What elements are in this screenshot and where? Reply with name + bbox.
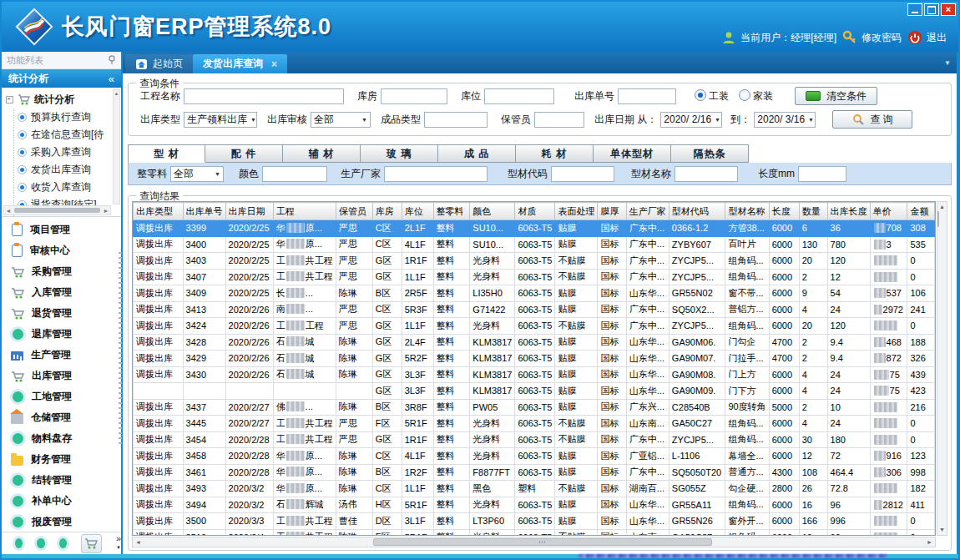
sidebar-item-production-management[interactable]: 生产管理 [2,345,121,366]
table-row[interactable]: 调拨出库34612020/2/28华原...陈琳B区1R2F整料F8877FT6… [134,464,935,481]
date-to-select[interactable]: 2020/ 3/16▼ [754,112,816,128]
column-header[interactable]: 膜厚 [598,203,626,220]
sidebar-item-inbound-management[interactable]: 入库管理 [2,282,121,303]
table-row[interactable]: 调拨出库34002020/2/25华原...严思C区4L1F整料SU10...6… [134,236,935,253]
column-header[interactable]: 工程 [273,203,336,220]
whole-part-select[interactable]: 全部▼ [170,166,224,182]
color-input[interactable] [262,166,327,182]
tab-fitting[interactable]: 配 件 [205,144,283,163]
length-mm-input[interactable] [798,166,846,182]
overflow-chevron[interactable]: »▼ [116,535,121,552]
vertical-scroll-thumb[interactable] [937,211,939,227]
table-row[interactable]: 调拨出库34132020/2/26南...严思C区5R3F整料G71422606… [134,301,935,318]
column-header[interactable]: 型材代码 [669,203,725,220]
sidebar-item-site-management[interactable]: 工地管理 [2,386,121,407]
table-row[interactable]: 调拨出库34302020/2/26石城陈琳G区3L3F整料KLM38176063… [134,366,935,383]
tab-list-dropdown-icon[interactable]: ▼ [944,59,951,67]
sidebar-item-supplement-order-center[interactable]: 补单中心 [2,491,121,512]
project-name-input[interactable] [184,88,344,104]
column-header[interactable]: 型材名称 [725,203,769,220]
table-row[interactable]: 调拨出库34372020/2/27佛...陈琳B区3R8F整料PW056063-… [134,399,935,416]
column-header[interactable]: 金额 [907,203,935,220]
quick-dot-icon-2[interactable] [37,538,44,548]
sidebar-item-audit-center[interactable]: 审核中心 [2,240,121,261]
column-header[interactable]: 颜色 [470,203,515,220]
tab-insulation-strip[interactable]: 隔热条 [671,144,749,163]
outbound-no-input[interactable] [618,88,676,104]
tree-vertical-scrollbar[interactable]: ▲ [113,89,120,204]
sidebar-splitter[interactable] [119,252,122,444]
table-row[interactable]: 调拨出库34582020/2/28华原...陈琳C区4L1F整料光身料6063-… [134,448,935,465]
tab-single-profile[interactable]: 单体型材 [594,144,671,163]
tab-glass[interactable]: 玻 璃 [361,144,438,163]
column-header[interactable]: 库位 [402,203,433,220]
sidebar-item-purchase-management[interactable]: 采购管理 [2,261,121,282]
column-header[interactable]: 整零料 [433,203,470,220]
sidebar-item-material-inventory[interactable]: 物料盘存 [2,428,121,449]
sidebar-item-finance-management[interactable]: 财务管理 [2,449,121,470]
column-header[interactable]: 生产厂家 [626,203,669,220]
table-row[interactable]: G区3L3F整料KLM38176063-T5贴膜国标山东华...GA90M09.… [134,383,935,400]
scroll-up-icon[interactable]: ▲ [937,202,947,212]
radio-gongzhuang[interactable]: 工装 [695,89,729,103]
sidebar-item-outbound-management[interactable]: 出库管理 [2,366,121,386]
table-row[interactable]: 调拨出库34292020/2/26石城陈琳G区5R2F整料KLM38176063… [134,351,935,367]
tree-horizontal-scrollbar[interactable]: ◄► [3,205,111,215]
column-header[interactable]: 长度 [769,203,799,220]
date-from-select[interactable]: 2020/ 2/16▼ [660,112,722,128]
sidebar-item-returns-management[interactable]: 退货管理 [2,303,121,324]
grid-horizontal-scrollbar[interactable]: ◄ ► [132,537,936,547]
profile-name-input[interactable] [675,166,738,182]
logout-button[interactable]: 退出 [907,30,947,45]
column-header[interactable]: 出库类型 [134,203,184,220]
outbound-audit-select[interactable]: 全部▼ [311,112,371,128]
table-row[interactable]: 调拨出库34942020/3/2石辉城汤伟H区5R1F整料光身料6063-T5贴… [134,497,935,513]
sidebar-item-warehouse-management[interactable]: 仓储管理 [2,407,121,428]
clear-conditions-button[interactable]: 清空条件 [795,87,877,105]
keeper-input[interactable] [534,112,584,128]
column-header[interactable]: 出库日期 [225,203,273,220]
change-password-button[interactable]: 修改密码 [842,30,902,45]
sidebar-item-project-management[interactable]: 项目管理 [2,219,121,240]
quick-dot-icon-3[interactable] [59,538,67,548]
table-row[interactable]: 调拨出库34092020/2/25长...陈琳B区2R5F整料LI35H0606… [134,285,935,302]
tab-delivery-outbound-query[interactable]: 发货出库查询 × [193,54,287,73]
manufacturer-input[interactable] [384,166,488,182]
minimize-button[interactable] [907,3,922,16]
tab-home[interactable]: 起始页 [125,54,193,73]
product-type-input[interactable] [424,112,488,128]
quick-cart-button[interactable] [81,534,102,553]
column-header[interactable]: 材质 [515,203,555,220]
maximize-button[interactable] [924,3,939,16]
table-row[interactable]: 调拨出库34242020/2/26工工程严思G区1L1F整料光身料6063-T5… [134,318,935,335]
table-row[interactable]: 调拨出库33992020/2/25华原...严思C区2L1F整料SU10...6… [134,220,935,237]
close-button[interactable]: × [941,3,956,16]
scroll-right-icon[interactable]: ► [927,537,932,547]
sidebar-item-carryover-management[interactable]: 结转管理 [2,470,121,491]
quick-dot-icon-1[interactable] [15,538,23,548]
sidebar-item-scrap-management[interactable]: 报废管理 [2,512,121,532]
tree-item-budget-execution-query[interactable]: 预算执行查询 [18,108,121,126]
warehouse-input[interactable] [381,88,447,104]
profile-code-input[interactable] [551,166,614,182]
sidebar-group-header[interactable]: 统计分析 « [2,69,121,88]
column-header[interactable]: 单价 [870,203,907,220]
collapse-icon[interactable]: « [109,73,114,85]
table-row[interactable]: 调拨出库34542020/2/28工共工程严思G区1R1F整料光身料6063-T… [134,431,935,448]
location-input[interactable] [484,88,554,104]
outbound-type-select[interactable]: 生产领料出库▼ [184,112,257,128]
table-row[interactable]: 调拨出库34072020/2/25工共工程严思G区1L1F整料光身料6063-T… [134,269,935,285]
tab-profile[interactable]: 型 材 [128,144,205,163]
column-header[interactable]: 数量 [799,203,827,220]
column-header[interactable]: 库房 [372,203,402,220]
tree-item-receipt-inbound-query[interactable]: 收货入库查询 [18,179,121,196]
column-header[interactable]: 表面处理 [555,203,598,220]
tab-auxiliary-material[interactable]: 辅 材 [283,144,361,163]
tab-consumable[interactable]: 耗 材 [516,144,594,163]
radio-jiazhuang[interactable]: 家装 [739,89,773,103]
table-row[interactable]: 调拨出库34452020/2/27工共工程严思F区5R1F整料光身料6063-T… [134,416,935,432]
table-row[interactable]: 调拨出库34932020/3/2华原...陈琳C区1L1F整料黑色塑料不贴膜国标… [134,481,935,497]
table-row[interactable]: 调拨出库35002020/3/3工共工程曹佳D区3L1F整料LT3P606063… [134,513,935,530]
tree-item-purchase-inbound-query[interactable]: 采购入库查询 [18,144,121,161]
tree-item-delivery-outbound-query[interactable]: 发货出库查询 [18,161,121,179]
